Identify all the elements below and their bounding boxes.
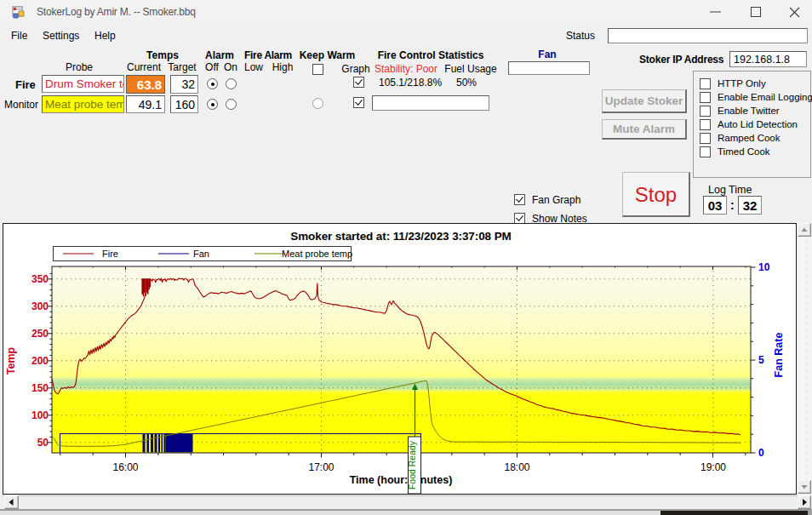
svg-text:19:00: 19:00 [700,461,726,473]
svg-text:0: 0 [758,447,764,459]
svg-text:350: 350 [31,273,49,285]
svg-text:17:00: 17:00 [308,461,334,473]
svg-text:150: 150 [31,382,49,394]
svg-text:200: 200 [31,355,49,367]
svg-text:Smoker started at: 11/23/2023: Smoker started at: 11/23/2023 3:37:08 PM [290,230,511,243]
svg-text:Fire: Fire [102,249,118,259]
svg-text:18:00: 18:00 [504,461,529,473]
svg-text:5: 5 [758,354,764,366]
svg-text:16:00: 16:00 [112,461,138,473]
svg-text:Fan: Fan [193,249,209,259]
svg-text:10: 10 [758,261,770,273]
svg-text:300: 300 [31,300,49,312]
svg-text:Meat probe temp: Meat probe temp [282,249,352,259]
svg-text:Food Ready: Food Ready [407,440,417,489]
svg-text:50: 50 [37,437,49,449]
svg-text:250: 250 [31,328,49,340]
svg-text:Temp: Temp [5,346,17,375]
svg-text:Time (hour:minutes): Time (hour:minutes) [350,474,453,486]
svg-text:Fan Rate: Fan Rate [773,333,785,378]
svg-text:100: 100 [31,409,49,421]
